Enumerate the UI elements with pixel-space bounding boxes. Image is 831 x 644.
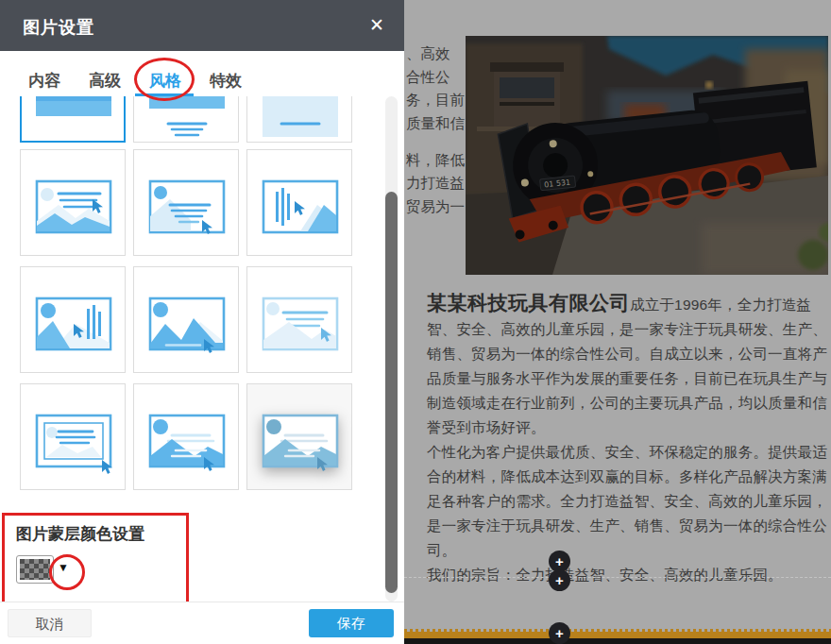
about-paragraph-3: 我们的宗旨：全力打造益智、安全、高效的儿童乐园。 bbox=[427, 563, 829, 587]
cancel-button[interactable]: 取消 bbox=[8, 609, 92, 637]
style-sun-two-mountains-line[interactable] bbox=[133, 266, 239, 373]
mask-color-label: 图片蒙层颜色设置 bbox=[16, 523, 144, 545]
style-double-frame-lines[interactable] bbox=[20, 383, 126, 490]
add-section-button[interactable]: + bbox=[549, 569, 570, 591]
company-intro: 某某科技玩具有限公司成立于1996年，全力打造益智、安全、高效的儿童乐园，是一家… bbox=[427, 291, 829, 587]
screenshot-stage: 、高效合性公务，目前质量和信料，降低力打造益贸易为一 bbox=[0, 0, 831, 644]
close-icon[interactable]: ✕ bbox=[365, 13, 389, 38]
add-section-button[interactable]: + bbox=[549, 622, 570, 644]
style-sun-mountain-lines[interactable] bbox=[133, 149, 239, 256]
scrollbar-thumb[interactable] bbox=[385, 192, 398, 593]
tab-content[interactable]: 内容 bbox=[28, 70, 60, 92]
style-raised-shadow[interactable] bbox=[246, 383, 352, 490]
transparent-checker-pattern bbox=[20, 559, 50, 580]
tab-effects[interactable]: 特效 bbox=[210, 70, 242, 92]
dialog-title: 图片设置 bbox=[23, 16, 94, 39]
style-banner-caption-lines[interactable] bbox=[133, 96, 239, 143]
mask-color-swatch[interactable] bbox=[16, 555, 54, 584]
about-paragraph-1: 某某科技玩具有限公司成立于1996年，全力打造益智、安全、高效的儿童乐园，是一家… bbox=[427, 291, 829, 440]
style-banner-light-line[interactable] bbox=[246, 96, 352, 143]
dialog-footer-divider bbox=[0, 602, 404, 602]
style-bars-mountain-right[interactable] bbox=[246, 149, 352, 256]
clipped-text-line: 、高效 bbox=[406, 44, 450, 64]
style-banner-mountains[interactable] bbox=[20, 96, 126, 143]
save-button[interactable]: 保存 bbox=[309, 609, 394, 637]
page-footer-bar bbox=[404, 638, 831, 644]
tab-advanced[interactable]: 高级 bbox=[89, 70, 121, 92]
style-sun-mountain-left-bars[interactable] bbox=[20, 266, 126, 373]
about-p1-text: 成立于1996年，全力打造益智、安全、高效的儿童乐园，是一家专注于玩具研发、生产… bbox=[427, 297, 827, 435]
clipped-text-line: 力打造益 bbox=[406, 174, 465, 194]
dialog-header: 图片设置 ✕ bbox=[0, 0, 404, 51]
chevron-down-icon[interactable]: ▼ bbox=[58, 561, 69, 574]
train-photo: 01 531 bbox=[466, 36, 828, 275]
section-dashed-divider bbox=[404, 577, 831, 578]
style-sun-lines-mountain[interactable] bbox=[20, 149, 126, 256]
clipped-text-line: 质量和信 bbox=[406, 114, 465, 134]
clipped-text-line: 料，降低 bbox=[406, 151, 465, 171]
style-sun-pale-lines-mountain[interactable] bbox=[133, 383, 239, 490]
company-name: 某某科技玩具有限公司 bbox=[427, 292, 630, 314]
clipped-text-line: 务，目前 bbox=[406, 91, 465, 110]
tab-style[interactable]: 风格 bbox=[149, 70, 181, 92]
clipped-text-line: 贸易为一 bbox=[406, 197, 465, 217]
about-paragraph-2: 个性化为客户提供最优质、安全、环保稳定的服务。提供最适合的材料，降低成本达到双赢… bbox=[427, 440, 829, 563]
style-thumbnails-scroll-area[interactable]: 图片蒙层颜色设置 ▼ bbox=[0, 96, 404, 602]
style-light-lines-mountain[interactable] bbox=[246, 266, 352, 373]
image-settings-dialog: 图片设置 ✕ 内容 高级 风格 特效 图片蒙层颜色设置 ▼ 取消 保存 bbox=[0, 0, 404, 644]
footer-orange-strip bbox=[404, 632, 831, 638]
clipped-text-line: 合性公 bbox=[406, 68, 450, 88]
